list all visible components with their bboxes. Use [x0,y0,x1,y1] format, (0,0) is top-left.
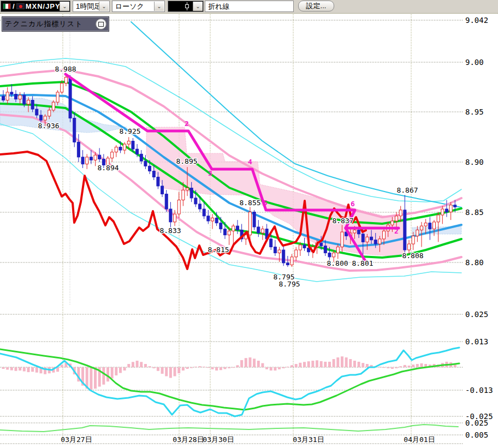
y-axis-label: -0.013 [465,386,493,395]
fx-chart-window: { "toolbar":{ "pair":"MXN/JPY", "flags":… [0,0,498,448]
currency-pair-select[interactable]: / MXN/JPY ⌄ [1,1,70,12]
wave-number-label: 2 [185,120,189,128]
pair-label: MXN/JPY [26,2,61,10]
price-annotation: 8.837 [332,217,353,225]
price-annotation: 8.988 [55,65,76,73]
wave-number-label: 6 [351,200,355,208]
price-annotation: 8.894 [97,164,118,172]
x-axis-date-label: 03月27日 [61,435,92,444]
y-axis-label: 9.00 [465,58,484,67]
y-axis-label: 0.005 [465,431,488,439]
y-axis-label: 8.80 [465,258,484,267]
chevron-down-icon[interactable]: ⌄ [99,2,109,11]
y-axis-label: 0.025 [465,310,488,319]
wave-number-label: 4 [248,158,252,166]
x-axis-date-label: 03月30日 [203,435,234,444]
candle-style-select[interactable]: ⌄ [168,1,204,12]
wave-number-label: 2 [394,227,399,235]
chevron-down-icon[interactable]: ⌄ [154,2,164,11]
price-annotation: 8.867 [396,186,418,194]
timeframe-label: 1時間足 [76,2,101,11]
price-annotation: 8.855 [239,199,260,207]
chevron-down-icon[interactable]: ⌄ [193,2,203,11]
x-axis-date-label: 03月31日 [293,435,324,444]
line-style-value: 折れ線 [208,2,229,11]
x-axis-date-label: 03月28日 [173,435,204,444]
y-axis-label: 8.95 [465,107,484,116]
price-annotation: 8.801 [352,259,373,267]
chart-canvas[interactable]: 2345628.9888.9368.9258.8948.8958.8338.85… [0,0,498,448]
restore-window-button[interactable] [96,19,106,29]
white-candle-icon [185,2,189,10]
chevron-down-icon[interactable]: ⌄ [60,2,69,11]
y-axis-label: 9.042 [465,16,488,25]
pair-flags: / [3,2,25,10]
japan-flag-icon [16,3,25,9]
y-axis-label: 0.013 [465,337,488,346]
price-annotation: 8.808 [402,252,423,260]
y-axis-label: 0.025 [465,419,488,427]
timeframe-select[interactable]: 1時間足 ⌄ [73,1,110,12]
price-annotation: 8.795 [278,280,300,288]
y-axis-label: 8.85 [465,208,484,217]
toolbar: / MXN/JPY ⌄ 1時間足 ⌄ ローソク ⌄ ⌄ 折れ線 設定... [0,0,498,14]
panel-title: テクニカル指標リスト [2,19,96,29]
mexico-flag-icon [3,3,11,9]
price-annotation: 8.815 [208,246,229,254]
restore-icon [98,22,104,27]
y-axis-label: 8.90 [465,158,484,166]
x-axis-date-label: 04月01日 [404,435,435,444]
settings-button[interactable]: 設定... [298,1,334,11]
wave-number-label: 3 [208,169,212,177]
technical-indicator-list-panel[interactable]: テクニカル指標リスト [2,16,109,32]
price-annotation: 8.833 [159,226,181,235]
chart-type-select[interactable]: ローソク ⌄ [112,1,165,12]
wave-number-label: 5 [263,199,268,207]
price-annotation: 8.936 [38,122,59,130]
line-style-input[interactable]: 折れ線 [205,1,294,12]
price-annotation: 8.925 [119,127,140,135]
macd-panel [0,348,459,432]
chart-type-label: ローソク [115,2,144,11]
price-annotation: 8.800 [327,259,348,267]
price-annotation: 8.895 [176,157,197,165]
